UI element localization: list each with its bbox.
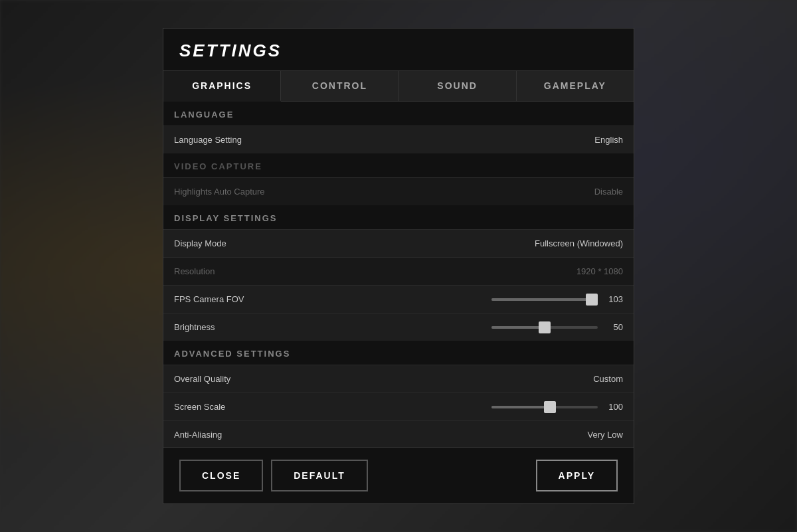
row-overall-quality[interactable]: Overall Quality Custom bbox=[163, 365, 634, 393]
section-advanced-settings-title: ADVANCED SETTINGS bbox=[174, 349, 290, 359]
modal-footer: CLOSE DEFAULT APPLY bbox=[163, 447, 634, 503]
label-language-setting: Language Setting bbox=[174, 135, 242, 145]
row-screen-scale[interactable]: Screen Scale 100 bbox=[163, 393, 634, 420]
row-highlights-auto-capture: Highlights Auto Capture Disable bbox=[163, 177, 634, 205]
section-display-settings-title: DISPLAY SETTINGS bbox=[174, 213, 278, 223]
label-screen-scale: Screen Scale bbox=[174, 402, 225, 412]
row-brightness[interactable]: Brightness 50 bbox=[163, 313, 634, 341]
label-overall-quality: Overall Quality bbox=[174, 374, 230, 384]
close-button[interactable]: CLOSE bbox=[179, 460, 263, 491]
slider-fps-fov-track[interactable] bbox=[491, 298, 598, 301]
apply-button[interactable]: APPLY bbox=[536, 460, 618, 491]
section-display-settings-header: DISPLAY SETTINGS bbox=[163, 205, 634, 229]
label-fps-camera-fov: FPS Camera FOV bbox=[174, 294, 244, 304]
slider-screen-scale-thumb[interactable] bbox=[544, 401, 556, 413]
label-display-mode: Display Mode bbox=[174, 238, 226, 248]
slider-fps-fov-fill bbox=[491, 298, 598, 301]
tabs-container: GRAPHICS CONTROL SOUND GAMEPLAY bbox=[163, 71, 634, 102]
value-fps-camera-fov: 103 bbox=[603, 294, 623, 304]
slider-brightness-track[interactable] bbox=[491, 326, 598, 329]
value-language-setting: English bbox=[594, 135, 623, 145]
value-overall-quality: Custom bbox=[593, 374, 623, 384]
slider-screen-scale-track[interactable] bbox=[491, 406, 598, 408]
content-area: LANGUAGE Language Setting English VIDEO … bbox=[163, 102, 634, 447]
row-fps-camera-fov[interactable]: FPS Camera FOV 103 bbox=[163, 285, 634, 313]
value-resolution: 1920 * 1080 bbox=[576, 266, 623, 276]
section-video-capture-title: VIDEO CAPTURE bbox=[174, 161, 262, 171]
tab-graphics[interactable]: GRAPHICS bbox=[163, 71, 281, 102]
section-video-capture-header: VIDEO CAPTURE bbox=[163, 153, 634, 177]
section-advanced-settings-header: ADVANCED SETTINGS bbox=[163, 341, 634, 365]
tab-gameplay[interactable]: GAMEPLAY bbox=[517, 71, 634, 102]
slider-screen-scale-container: 100 bbox=[491, 402, 623, 412]
slider-fps-fov-thumb[interactable] bbox=[586, 294, 598, 306]
value-display-mode: Fullscreen (Windowed) bbox=[535, 238, 623, 248]
default-button[interactable]: DEFAULT bbox=[271, 460, 368, 491]
scrollable-content[interactable]: LANGUAGE Language Setting English VIDEO … bbox=[163, 102, 634, 447]
value-highlights-auto-capture: Disable bbox=[594, 187, 623, 197]
section-language-header: LANGUAGE bbox=[163, 102, 634, 126]
footer-left-buttons: CLOSE DEFAULT bbox=[179, 460, 368, 491]
modal-title: SETTINGS bbox=[179, 41, 618, 61]
slider-brightness-thumb[interactable] bbox=[539, 321, 551, 333]
row-resolution: Resolution 1920 * 1080 bbox=[163, 257, 634, 285]
label-brightness: Brightness bbox=[174, 322, 215, 332]
section-language-title: LANGUAGE bbox=[174, 110, 234, 120]
modal-header: SETTINGS bbox=[163, 29, 634, 71]
row-display-mode[interactable]: Display Mode Fullscreen (Windowed) bbox=[163, 229, 634, 257]
slider-fps-fov-container: 103 bbox=[491, 294, 623, 304]
label-resolution: Resolution bbox=[174, 266, 215, 276]
slider-brightness-container: 50 bbox=[491, 322, 623, 332]
row-anti-aliasing[interactable]: Anti-Aliasing Very Low bbox=[163, 420, 634, 447]
label-anti-aliasing: Anti-Aliasing bbox=[174, 430, 222, 440]
value-screen-scale: 100 bbox=[603, 402, 623, 412]
value-brightness: 50 bbox=[603, 322, 623, 332]
settings-modal: SETTINGS GRAPHICS CONTROL SOUND GAMEPLAY… bbox=[163, 28, 634, 504]
row-language-setting[interactable]: Language Setting English bbox=[163, 126, 634, 153]
value-anti-aliasing: Very Low bbox=[588, 430, 623, 440]
slider-brightness-fill bbox=[491, 326, 545, 329]
label-highlights-auto-capture: Highlights Auto Capture bbox=[174, 187, 265, 197]
tab-sound[interactable]: SOUND bbox=[399, 71, 517, 102]
tab-control[interactable]: CONTROL bbox=[281, 71, 398, 102]
